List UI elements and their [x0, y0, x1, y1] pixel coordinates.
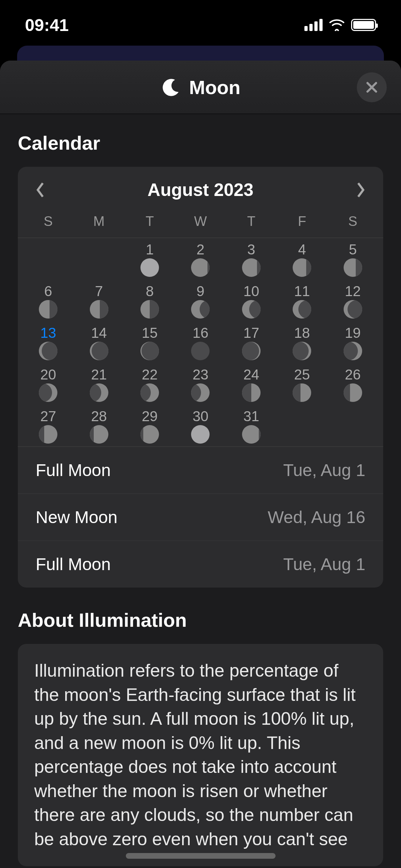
- day-number: 13: [40, 325, 56, 341]
- moon-phase-icon: [242, 425, 261, 444]
- day-number: 29: [142, 408, 158, 424]
- home-indicator[interactable]: [126, 853, 276, 859]
- calendar-day[interactable]: 4: [277, 238, 327, 280]
- calendar-day[interactable]: 24: [226, 363, 277, 405]
- moon-events-list: Full MoonTue, Aug 1New MoonWed, Aug 16Fu…: [18, 446, 383, 588]
- calendar-day[interactable]: 1: [124, 238, 175, 280]
- day-number: 5: [349, 242, 357, 258]
- moon-phase-icon: [293, 258, 311, 277]
- weekday-label: F: [277, 207, 327, 238]
- day-number: 2: [196, 242, 204, 258]
- event-label: Full Moon: [36, 460, 111, 480]
- status-time: 09:41: [25, 15, 69, 35]
- calendar-day[interactable]: 8: [124, 280, 175, 321]
- calendar-day[interactable]: 31: [226, 405, 277, 446]
- moon-phase-icon: [90, 300, 108, 319]
- calendar-day[interactable]: 6: [23, 280, 73, 321]
- status-right: [304, 19, 376, 31]
- moon-phase-icon: [140, 425, 159, 444]
- moon-phase-icon: [344, 300, 362, 319]
- day-number: 9: [196, 283, 204, 299]
- moon-phase-icon: [242, 342, 261, 360]
- calendar-day[interactable]: 21: [73, 363, 124, 405]
- calendar-day[interactable]: 2: [175, 238, 226, 280]
- moon-phase-icon: [191, 425, 210, 444]
- moon-icon: [161, 77, 181, 98]
- calendar-week-row: 2728293031: [18, 405, 383, 446]
- weekday-label: S: [328, 207, 378, 238]
- moon-phase-icon: [191, 258, 210, 277]
- calendar-day[interactable]: 3: [226, 238, 277, 280]
- day-number: 8: [146, 283, 154, 299]
- calendar-day[interactable]: 26: [328, 363, 378, 405]
- day-number: 1: [146, 242, 154, 258]
- next-month-button[interactable]: [355, 181, 367, 199]
- calendar-day[interactable]: 15: [124, 321, 175, 363]
- moon-phase-icon: [39, 425, 57, 444]
- prev-month-button[interactable]: [34, 181, 46, 199]
- calendar-day[interactable]: 29: [124, 405, 175, 446]
- calendar-day: [23, 238, 73, 280]
- day-number: 15: [142, 325, 158, 341]
- calendar-day[interactable]: 9: [175, 280, 226, 321]
- weekday-label: T: [124, 207, 175, 238]
- moon-phase-icon: [90, 342, 108, 360]
- weekday-header-row: SMTWTFS: [18, 207, 383, 238]
- event-date: Tue, Aug 1: [283, 554, 365, 574]
- cellular-signal-icon: [304, 19, 323, 31]
- calendar-day[interactable]: 20: [23, 363, 73, 405]
- day-number: 27: [40, 408, 56, 424]
- moon-event-row[interactable]: New MoonWed, Aug 16: [18, 494, 383, 541]
- event-date: Tue, Aug 1: [283, 460, 365, 480]
- weekday-label: W: [175, 207, 226, 238]
- moon-phase-icon: [90, 425, 108, 444]
- calendar-day[interactable]: 30: [175, 405, 226, 446]
- calendar-day: [73, 238, 124, 280]
- moon-phase-icon: [242, 300, 261, 319]
- calendar-day[interactable]: 14: [73, 321, 124, 363]
- moon-phase-icon: [191, 342, 210, 360]
- calendar-week-row: 6789101112: [18, 280, 383, 321]
- calendar-day[interactable]: 23: [175, 363, 226, 405]
- moon-sheet: Moon Calendar August 2023 SMTWTFS 123456…: [0, 61, 401, 868]
- day-number: 6: [44, 283, 52, 299]
- calendar-day[interactable]: 16: [175, 321, 226, 363]
- moon-phase-icon: [344, 342, 362, 360]
- calendar-day: [328, 405, 378, 446]
- day-number: 22: [142, 367, 158, 383]
- about-text: Illumination refers to the percentage of…: [18, 644, 383, 866]
- calendar-day[interactable]: 13: [23, 321, 73, 363]
- moon-event-row[interactable]: Full MoonTue, Aug 1: [18, 447, 383, 494]
- calendar-day[interactable]: 22: [124, 363, 175, 405]
- moon-phase-icon: [191, 383, 210, 402]
- calendar-day[interactable]: 28: [73, 405, 124, 446]
- close-button[interactable]: [357, 72, 387, 102]
- event-label: Full Moon: [36, 554, 111, 574]
- calendar-day[interactable]: 7: [73, 280, 124, 321]
- moon-phase-icon: [39, 342, 57, 360]
- calendar-day[interactable]: 10: [226, 280, 277, 321]
- moon-phase-icon: [140, 258, 159, 277]
- calendar-day[interactable]: 18: [277, 321, 327, 363]
- wifi-icon: [329, 19, 345, 31]
- calendar-week-row: 13141516171819: [18, 321, 383, 363]
- calendar-grid: 1234567891011121314151617181920212223242…: [18, 238, 383, 446]
- moon-phase-icon: [140, 342, 159, 360]
- day-number: 12: [345, 283, 361, 299]
- calendar-day[interactable]: 19: [328, 321, 378, 363]
- about-card: Illumination refers to the percentage of…: [18, 644, 383, 866]
- day-number: 24: [243, 367, 259, 383]
- calendar-day[interactable]: 25: [277, 363, 327, 405]
- day-number: 7: [95, 283, 103, 299]
- calendar-day[interactable]: 17: [226, 321, 277, 363]
- calendar-day[interactable]: 27: [23, 405, 73, 446]
- calendar-day[interactable]: 11: [277, 280, 327, 321]
- day-number: 19: [345, 325, 361, 341]
- moon-event-row[interactable]: Full MoonTue, Aug 1: [18, 541, 383, 588]
- calendar-day[interactable]: 5: [328, 238, 378, 280]
- calendar-month-label: August 2023: [148, 180, 253, 200]
- event-label: New Moon: [36, 507, 117, 527]
- calendar-day[interactable]: 12: [328, 280, 378, 321]
- calendar-week-row: 12345: [18, 238, 383, 280]
- day-number: 30: [192, 408, 209, 424]
